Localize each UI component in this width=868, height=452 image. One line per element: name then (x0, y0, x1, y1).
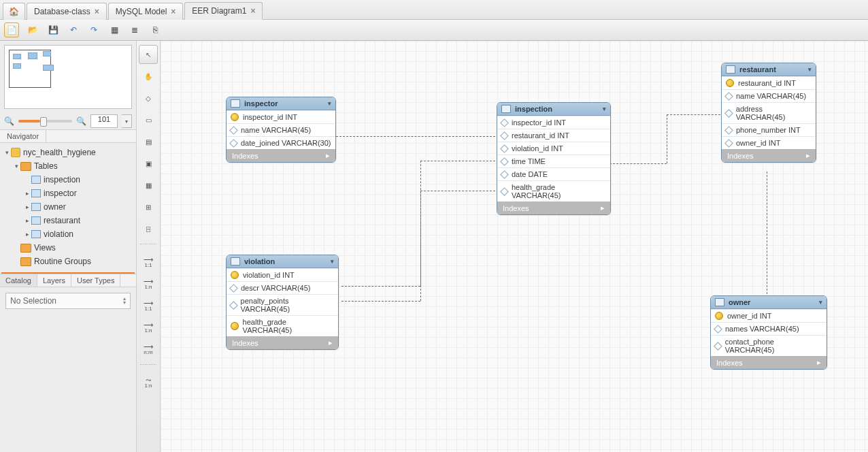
entity-violation[interactable]: violation▾ violation_id INT descr VARCHA… (226, 255, 339, 350)
expand-icon[interactable]: ▸ (817, 358, 821, 367)
tool-table[interactable]: ▦ (139, 176, 158, 195)
new-file-button[interactable]: 📄 (4, 22, 19, 37)
tree-views-folder[interactable]: Views (1, 241, 135, 255)
relation-violation-inspection-b[interactable] (341, 301, 420, 302)
collapse-icon[interactable]: ▾ (331, 258, 334, 265)
collapse-icon[interactable]: ▾ (808, 66, 812, 73)
minimap[interactable] (4, 45, 132, 109)
note-icon: ▤ (146, 138, 152, 146)
tree-database[interactable]: ▾nyc_health_hygiene (1, 146, 135, 159)
tool-eraser[interactable]: ◇ (139, 88, 158, 108)
tree-table-owner[interactable]: ▸owner (1, 200, 135, 214)
entity-title: violation (244, 257, 275, 265)
zoom-input[interactable]: 101 (90, 114, 118, 128)
column-icon (500, 144, 509, 153)
expand-icon[interactable]: ▸ (329, 338, 333, 347)
expand-icon[interactable]: ▸ (326, 151, 330, 160)
export-button[interactable]: ⎘ (148, 23, 162, 37)
tree-table-inspection[interactable]: inspection (1, 173, 135, 187)
tree-tables-folder[interactable]: ▾Tables (1, 159, 135, 173)
zoom-out-button[interactable]: 🔍 (4, 116, 14, 126)
tool-pointer[interactable]: ↖ (139, 45, 158, 64)
grid-toggle-button[interactable]: ▦ (107, 23, 121, 37)
collapse-icon[interactable]: ▾ (3, 149, 11, 156)
tab-home[interactable]: 🏠 (3, 3, 25, 20)
entity-inspection[interactable]: inspection▾ inspector_id INT restaurant_… (497, 102, 611, 215)
tool-view[interactable]: ⊞ (139, 197, 158, 216)
tool-rel-11-nonid[interactable]: ⟶1:1 (139, 253, 158, 272)
tree-routines-folder[interactable]: Routine Groups (1, 255, 135, 268)
open-button[interactable]: 📂 (26, 23, 39, 37)
redo-button[interactable]: ↷ (87, 23, 101, 37)
collapse-icon[interactable]: ▾ (328, 100, 331, 107)
stepper-icon[interactable]: ▴▾ (123, 297, 126, 305)
close-icon[interactable]: × (171, 7, 176, 16)
minimap-entity (13, 63, 21, 69)
tree-table-violation[interactable]: ▸violation (1, 227, 135, 241)
tool-hand[interactable]: ✋ (139, 67, 158, 86)
relation-violation-inspection-b[interactable] (420, 191, 495, 191)
column-label: owner_id INT (736, 139, 780, 147)
align-button[interactable]: ≣ (128, 23, 141, 37)
close-icon[interactable]: × (95, 7, 99, 16)
expand-icon[interactable]: ▸ (23, 217, 31, 224)
subtab-layers[interactable]: Layers (37, 274, 71, 287)
relation-inspector-inspection[interactable] (336, 136, 495, 137)
relation-inspection-restaurant[interactable] (667, 114, 667, 163)
tool-sublabel: 1:n (144, 383, 152, 389)
expand-icon[interactable]: ▸ (23, 231, 31, 238)
navigator-tab[interactable]: Navigator (0, 130, 46, 142)
tab-eer-diagram[interactable]: EER Diagram1× (184, 2, 263, 20)
diagram-canvas[interactable]: inspector▾ inspector_id INT name VARCHAR… (161, 41, 868, 452)
tool-note[interactable]: ▤ (139, 132, 158, 151)
tree-table-restaurant[interactable]: ▸restaurant (1, 214, 135, 227)
zoom-slider[interactable] (18, 120, 72, 123)
relation-inspection-restaurant[interactable] (667, 114, 720, 115)
tool-rel-1n-nonid[interactable]: ⟶1:n (139, 274, 158, 293)
relation-restaurant-owner[interactable] (767, 172, 767, 294)
entity-restaurant[interactable]: restaurant▾ restaurant_id INT name VARCH… (721, 63, 816, 163)
column-label: penalty_points VARCHAR(45) (241, 297, 334, 313)
column-icon (500, 157, 509, 166)
collapse-icon[interactable]: ▾ (12, 163, 20, 170)
tool-rel-existing[interactable]: ⤳1:n (139, 373, 158, 392)
eraser-icon: ◇ (146, 95, 151, 102)
tool-layer[interactable]: ▭ (139, 110, 158, 129)
tool-rel-nm[interactable]: ⟶n:m (139, 340, 158, 359)
collapse-icon[interactable]: ▾ (819, 299, 822, 306)
home-icon: 🏠 (9, 7, 19, 16)
relation-violation-inspection-b[interactable] (420, 191, 421, 301)
catalog-tree: ▾nyc_health_hygiene ▾Tables inspection ▸… (0, 143, 136, 272)
relation-inspection-restaurant[interactable] (610, 163, 667, 164)
undo-button[interactable]: ↶ (67, 23, 80, 37)
folder-icon (20, 162, 31, 171)
expand-icon[interactable]: ▸ (806, 151, 810, 160)
zoom-in-button[interactable]: 🔍 (76, 116, 86, 126)
zoom-dropdown[interactable]: ▾ (122, 114, 132, 128)
tool-rel-11-id[interactable]: ⟶1:1 (139, 296, 158, 315)
tab-mysql-model[interactable]: MySQL Model× (108, 3, 184, 20)
tool-routine[interactable]: ⌸ (139, 219, 158, 238)
expand-icon[interactable]: ▸ (23, 204, 31, 210)
selection-box[interactable]: No Selection ▴▾ (5, 293, 131, 309)
close-icon[interactable]: × (250, 6, 255, 16)
subtab-catalog[interactable]: Catalog (0, 274, 37, 287)
tree-table-inspector[interactable]: ▸inspector (1, 187, 135, 200)
entity-inspector[interactable]: inspector▾ inspector_id INT name VARCHAR… (226, 97, 336, 163)
subtab-user-types[interactable]: User Types (71, 274, 120, 287)
relation-violation-inspection[interactable] (420, 161, 495, 161)
tool-sublabel: 1:n (144, 327, 152, 334)
save-button[interactable]: 💾 (46, 23, 60, 37)
tab-database-class[interactable]: Database-class× (27, 3, 107, 20)
tool-image[interactable]: ▣ (139, 154, 158, 173)
collapse-icon[interactable]: ▾ (603, 106, 606, 112)
expand-icon[interactable]: ▸ (601, 204, 605, 212)
routine-icon: ⌸ (146, 225, 150, 233)
tool-rel-1n-id[interactable]: ⟶1:n (139, 318, 158, 337)
primary-key-icon (231, 271, 239, 279)
table-icon (31, 189, 41, 197)
relation-violation-inspection[interactable] (341, 286, 420, 287)
expand-icon[interactable]: ▸ (23, 190, 31, 197)
entity-owner[interactable]: owner▾ owner_id INT names VARCHAR(45) co… (710, 295, 827, 370)
tree-label: Views (34, 243, 56, 253)
